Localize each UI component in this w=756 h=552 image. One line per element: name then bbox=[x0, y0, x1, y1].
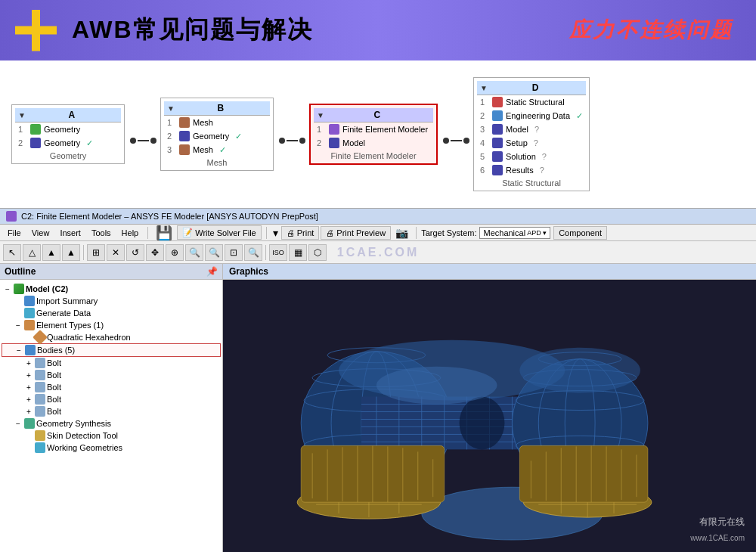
menu-insert[interactable]: Insert bbox=[55, 227, 85, 239]
bolt3-label: Bolt bbox=[47, 383, 61, 392]
header-banner: AWB常见问题与解决 应力不连续问题 bbox=[0, 0, 756, 60]
print-preview-button[interactable]: 🖨 Print Preview bbox=[321, 226, 391, 240]
expand-model[interactable]: − bbox=[3, 285, 12, 293]
expand-bolt1[interactable]: + bbox=[24, 359, 33, 367]
dropdown-icon: ▾ bbox=[273, 227, 278, 239]
tool-select[interactable]: ↖ bbox=[3, 244, 21, 261]
menu-tools[interactable]: Tools bbox=[87, 227, 116, 239]
tree-quad-hex[interactable]: Quadratic Hexahedron bbox=[2, 331, 221, 343]
tool-extra[interactable]: ⬡ bbox=[308, 244, 327, 261]
icon-bolt1-tree bbox=[35, 358, 45, 368]
workflow-block-c: ▼ C 1 Finite Element Modeler 2 Model Fin… bbox=[309, 104, 438, 165]
tree-bolt-4[interactable]: + Bolt bbox=[2, 393, 221, 405]
tool-zoom-fit[interactable]: ⊡ bbox=[225, 244, 243, 261]
working-geo-label: Working Geometries bbox=[47, 443, 122, 452]
target-value: Mechanical bbox=[483, 228, 525, 237]
tree-element-types[interactable]: − Element Types (1) bbox=[2, 319, 221, 331]
tool-x[interactable]: ✕ bbox=[107, 244, 125, 261]
block-id-a: A bbox=[69, 110, 76, 120]
icon-mesh-b3 bbox=[179, 144, 190, 155]
menu-help[interactable]: Help bbox=[117, 227, 144, 239]
icon-eng bbox=[492, 110, 503, 121]
tool-triangle1[interactable]: △ bbox=[23, 244, 41, 261]
icon-geometry bbox=[30, 124, 41, 135]
generate-data-label: Generate Data bbox=[36, 309, 91, 318]
write-solver-button[interactable]: 📝 Write Solver File bbox=[177, 225, 261, 240]
expand-bolt4[interactable]: + bbox=[24, 395, 33, 404]
expand-bodies[interactable]: − bbox=[14, 346, 23, 355]
target-system-area: Target System: Mechanical APD ▾ Componen… bbox=[421, 226, 607, 240]
tree-bolt-3[interactable]: + Bolt bbox=[2, 381, 221, 393]
icon-fem bbox=[329, 124, 339, 135]
preview-icon: 🖨 bbox=[326, 228, 334, 237]
icon-elem-tree bbox=[24, 320, 35, 330]
camera-icon: 📷 bbox=[395, 227, 408, 239]
dot-bc bbox=[279, 138, 285, 144]
tree-bolt-1[interactable]: + Bolt bbox=[2, 357, 221, 369]
svg-point-40 bbox=[460, 397, 505, 450]
line-cd bbox=[451, 140, 462, 141]
block-row-b1: 1 Mesh bbox=[164, 116, 270, 129]
expand-bolt3[interactable]: + bbox=[24, 383, 33, 392]
icon-results bbox=[492, 165, 503, 175]
geo-synthesis-label: Geometry Synthesis bbox=[36, 419, 111, 428]
tree-model[interactable]: − Model (C2) bbox=[2, 283, 221, 295]
icon-geometry-2 bbox=[30, 138, 41, 148]
titlebar-text: C2: Finite Element Modeler – ANSYS FE Mo… bbox=[21, 212, 318, 221]
print-button[interactable]: 🖨 Print bbox=[281, 226, 320, 240]
app-titlebar: C2: Finite Element Modeler – ANSYS FE Mo… bbox=[0, 208, 756, 225]
component-button[interactable]: Component bbox=[553, 226, 607, 240]
expand-bolt2[interactable]: + bbox=[24, 371, 33, 380]
tree-bolt-5[interactable]: + Bolt bbox=[2, 405, 221, 417]
target-dropdown[interactable]: Mechanical APD ▾ bbox=[479, 227, 550, 239]
tool-grid2[interactable]: ▦ bbox=[289, 244, 307, 261]
tree-import-summary[interactable]: Import Summary bbox=[2, 295, 221, 307]
outline-tree: − Model (C2) Import Summary Generate Dat… bbox=[0, 280, 222, 552]
tree-bodies[interactable]: − Bodies (5) bbox=[2, 343, 221, 357]
element-types-label: Element Types (1) bbox=[36, 321, 104, 330]
dot-ab bbox=[130, 138, 136, 144]
tool-zoom-out[interactable]: 🔍 bbox=[205, 244, 223, 261]
block-row-d2: 2 Engineering Data ✓ bbox=[477, 109, 586, 122]
tool-iso[interactable]: ISO bbox=[269, 244, 287, 261]
tree-geo-synthesis[interactable]: − Geometry Synthesis bbox=[2, 417, 221, 430]
tool-zoom-area[interactable]: ⊕ bbox=[166, 244, 184, 261]
tree-skin-detection[interactable]: Skin Detection Tool bbox=[2, 430, 221, 442]
graphics-canvas[interactable]: 有限元在线 www.1CAE.com bbox=[223, 280, 756, 551]
icon-import-tree bbox=[24, 296, 35, 306]
block-row-d5: 5 Solution ? bbox=[477, 150, 586, 163]
bolt4-label: Bolt bbox=[47, 395, 61, 404]
skin-detection-label: Skin Detection Tool bbox=[47, 431, 118, 440]
tool-zoom5[interactable]: 🔍 bbox=[244, 244, 262, 261]
icon-skin-tree bbox=[35, 430, 45, 441]
expand-elem[interactable]: − bbox=[14, 321, 23, 330]
tree-generate-data[interactable]: Generate Data bbox=[2, 307, 221, 319]
graphics-panel: Graphics bbox=[223, 264, 756, 552]
svg-rect-63 bbox=[519, 445, 648, 502]
bolt5-label: Bolt bbox=[47, 407, 61, 416]
tool-move[interactable]: ✥ bbox=[146, 244, 164, 261]
menubar: File View Insert Tools Help 💾 📝 Write So… bbox=[0, 225, 756, 241]
tool-triangle2[interactable]: ▲ bbox=[42, 244, 60, 261]
graphics-header: Graphics bbox=[223, 264, 756, 280]
tool-triangle3[interactable]: ▲ bbox=[62, 244, 80, 261]
tool-zoom-in[interactable]: 🔍 bbox=[185, 244, 203, 261]
watermark-text: 1CAE.COM bbox=[337, 246, 419, 259]
tool-rotate[interactable]: ↺ bbox=[126, 244, 144, 261]
fem-small-icon bbox=[6, 211, 17, 222]
dot-cd2 bbox=[463, 138, 469, 144]
icon-model-d3 bbox=[492, 124, 503, 135]
menu-file[interactable]: File bbox=[3, 227, 26, 239]
block-label-d: Static Structural bbox=[477, 177, 586, 188]
menu-sep-2 bbox=[266, 227, 267, 239]
tool-grid1[interactable]: ⊞ bbox=[87, 244, 105, 261]
menu-view[interactable]: View bbox=[27, 227, 54, 239]
tree-working-geo[interactable]: Working Geometries bbox=[2, 442, 221, 454]
tree-bolt-2[interactable]: + Bolt bbox=[2, 369, 221, 381]
watermark-url: www.1CAE.com bbox=[690, 534, 745, 542]
main-area: Outline 📌 − Model (C2) Import Summary bbox=[0, 264, 756, 552]
expand-geo[interactable]: − bbox=[14, 420, 23, 428]
dot-cd bbox=[443, 138, 449, 144]
icon-ss bbox=[492, 97, 503, 107]
expand-bolt5[interactable]: + bbox=[24, 408, 33, 416]
